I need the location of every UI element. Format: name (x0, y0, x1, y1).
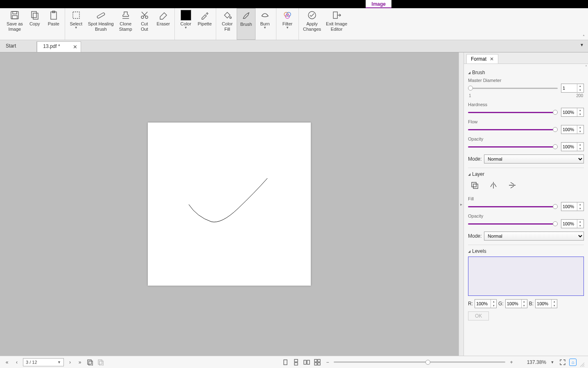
color-fill-button[interactable]: Color Fill (218, 8, 237, 40)
svg-rect-28 (294, 363, 298, 365)
eraser-button[interactable]: Eraser (154, 8, 173, 40)
layer-opacity-slider[interactable] (468, 223, 558, 225)
svg-rect-5 (51, 12, 57, 19)
zoom-slider[interactable] (334, 361, 505, 363)
svg-rect-32 (318, 359, 320, 362)
flip-horizontal-icon[interactable] (489, 181, 498, 191)
first-page-button[interactable]: « (3, 359, 11, 366)
scroll-up-icon[interactable]: ˄ (585, 65, 587, 69)
prev-page-button[interactable]: ‹ (13, 359, 20, 366)
master-diameter-label: Master Diameter (468, 78, 584, 83)
opacity-slider[interactable] (468, 146, 558, 148)
apply-changes-button[interactable]: Apply Changes (301, 8, 323, 40)
spot-healing-button[interactable]: Spot Healing Brush (86, 8, 116, 40)
r-input[interactable]: ▴▾ (475, 299, 497, 308)
svg-rect-1 (13, 11, 17, 14)
flow-input[interactable]: ▴▾ (561, 125, 584, 134)
scissors-icon (139, 10, 150, 20)
chevron-down-icon[interactable]: ▼ (57, 360, 61, 364)
svg-rect-22 (88, 360, 91, 364)
tab-start[interactable]: Start (0, 41, 37, 52)
brush-mode-select[interactable]: Normal (484, 154, 584, 164)
ribbon-collapse-button[interactable]: ˄ (583, 34, 585, 39)
g-input[interactable]: ▴▾ (505, 299, 527, 308)
section-layer[interactable]: Layer (468, 171, 584, 177)
canvas-area[interactable] (0, 52, 459, 356)
last-page-button[interactable]: » (76, 359, 84, 366)
paste-button[interactable]: Paste (44, 8, 63, 40)
view-single-button[interactable] (281, 358, 289, 366)
spin-down-icon[interactable]: ▾ (577, 88, 583, 92)
hardness-slider[interactable] (468, 112, 558, 113)
tab-file[interactable]: 13.pdf * ✕ (37, 41, 81, 52)
svg-rect-4 (33, 13, 38, 19)
color-swatch (181, 10, 191, 20)
tab-file-label: 13.pdf * (43, 43, 60, 49)
view-continuous-button[interactable] (292, 358, 300, 366)
check-icon (307, 10, 317, 20)
close-icon[interactable]: ✕ (490, 56, 494, 62)
flip-vertical-icon[interactable] (508, 181, 516, 191)
fill-input[interactable]: ▴▾ (561, 202, 584, 211)
master-diameter-input[interactable]: ▴▾ (561, 84, 584, 93)
b-input[interactable]: ▴▾ (535, 299, 557, 308)
panel-tab-format[interactable]: Format ✕ (466, 54, 498, 64)
svg-rect-25 (100, 361, 103, 366)
layer-opacity-input[interactable]: ▴▾ (561, 219, 584, 228)
b-label: B: (529, 301, 534, 307)
apply-changes-label: Apply Changes (303, 21, 321, 32)
svg-rect-21 (473, 184, 478, 189)
section-brush[interactable]: Brush (468, 70, 584, 75)
spin-up-icon[interactable]: ▴ (577, 84, 583, 88)
cut-out-button[interactable]: Cut Out (135, 8, 154, 40)
layer-mode-select[interactable]: Normal (484, 232, 584, 241)
pipette-button[interactable]: Pipette (195, 8, 214, 40)
titlebar-spacer-right (391, 0, 588, 8)
copy-button[interactable]: Copy (25, 8, 44, 40)
master-diameter-slider[interactable] (468, 88, 558, 89)
ribbon-group-clipboard: Save as Image Copy Paste (2, 8, 65, 40)
save-as-image-button[interactable]: Save as Image (4, 8, 25, 40)
svg-rect-20 (472, 182, 476, 187)
tabs-overflow-button[interactable]: ▼ (580, 43, 584, 47)
next-page-button[interactable]: › (66, 359, 74, 366)
close-icon[interactable]: ✕ (73, 44, 77, 50)
section-levels[interactable]: Levels (468, 248, 584, 254)
burn-button[interactable]: Burn ▼ (256, 8, 274, 40)
clone-stamp-button[interactable]: Clone Stamp (116, 8, 135, 40)
ok-button[interactable]: OK (468, 311, 489, 320)
svg-rect-19 (333, 12, 337, 18)
hardness-input[interactable]: ▴▾ (561, 108, 584, 117)
resize-grip[interactable] (579, 361, 585, 367)
panel-collapse-handle[interactable]: ▸ (459, 52, 464, 356)
fill-slider[interactable] (468, 206, 558, 207)
ribbon-group-color: Color ▼ Pipette (175, 8, 216, 40)
svg-rect-7 (73, 12, 79, 18)
view-facing-button[interactable] (303, 358, 311, 366)
zoom-out-button[interactable]: − (324, 359, 331, 366)
zoom-dropdown-button[interactable]: ▼ (549, 359, 556, 366)
levels-histogram[interactable] (468, 257, 584, 296)
fit-screen-button[interactable] (559, 358, 567, 366)
filter-button[interactable]: Filter ▼ (278, 8, 297, 40)
view-facing-cont-button[interactable] (313, 358, 321, 366)
opacity-input[interactable]: ▴▾ (561, 142, 584, 151)
page-canvas[interactable] (148, 123, 311, 286)
page-number-input[interactable]: 3 / 12 ▼ (23, 358, 64, 366)
ribbon-group-filter: Filter ▼ (276, 8, 299, 40)
duplicate-layer-icon[interactable] (470, 181, 479, 191)
save-as-image-label: Save as Image (7, 21, 23, 32)
help-button[interactable]: ⌂ (569, 359, 577, 366)
exit-editor-button[interactable]: Exit Image Editor (323, 8, 350, 40)
document-tabs: Start 13.pdf * ✕ ▼ (0, 40, 588, 52)
save-icon (9, 10, 20, 20)
color-button[interactable]: Color ▼ (176, 8, 195, 40)
context-tab-image[interactable]: Image (366, 0, 391, 8)
md-max: 200 (576, 93, 583, 98)
doc-copy-icon[interactable] (86, 358, 94, 366)
select-button[interactable]: Select ▼ (67, 8, 86, 40)
flow-slider[interactable] (468, 129, 558, 130)
ribbon-group-tools: Select ▼ Spot Healing Brush Clone Stamp … (65, 8, 175, 40)
zoom-in-button[interactable]: + (508, 359, 515, 366)
brush-button[interactable]: Brush (237, 8, 256, 40)
